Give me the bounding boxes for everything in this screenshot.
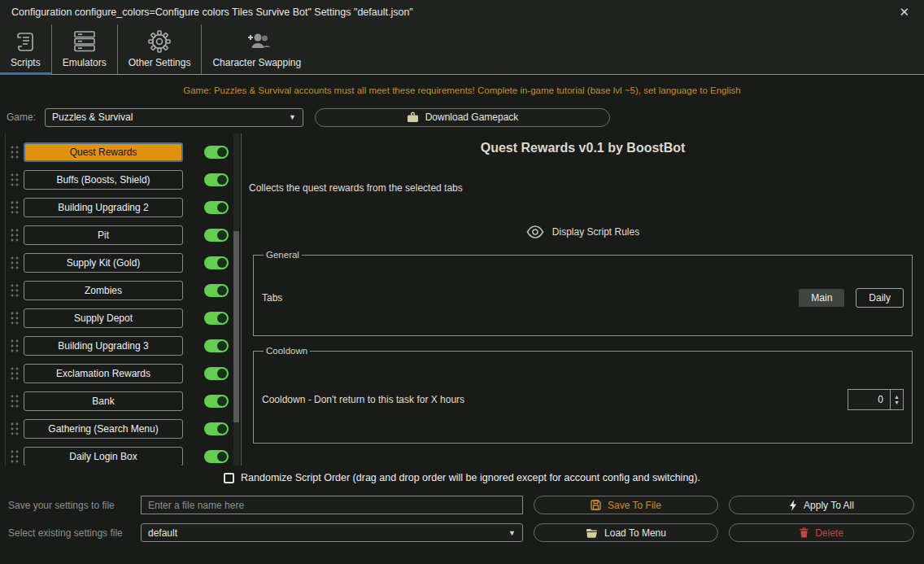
- script-button[interactable]: Daily Login Box: [24, 447, 183, 466]
- general-legend: General: [264, 250, 302, 260]
- drag-handle-icon[interactable]: [6, 366, 24, 381]
- script-toggle[interactable]: [204, 367, 229, 380]
- cooldown-input[interactable]: [848, 389, 890, 410]
- scripts-scrollbar: [233, 133, 239, 466]
- script-row: Daily Login Box: [6, 443, 241, 466]
- tab-other-settings[interactable]: Other Settings: [118, 24, 203, 74]
- script-button[interactable]: Quest Rewards: [24, 142, 183, 162]
- script-row: Zombies: [6, 277, 241, 304]
- script-toggle[interactable]: [204, 229, 229, 242]
- close-icon[interactable]: ✕: [896, 5, 913, 20]
- display-script-rules-button[interactable]: Display Script Rules: [242, 225, 924, 238]
- cooldown-legend: Cooldown: [264, 346, 310, 356]
- drag-handle-icon[interactable]: [6, 422, 24, 436]
- script-toggle[interactable]: [204, 284, 229, 297]
- drag-handle-icon[interactable]: [6, 449, 24, 464]
- script-button[interactable]: Exclamation Rewards: [24, 364, 183, 383]
- script-button[interactable]: Pit: [24, 225, 183, 245]
- drag-handle-icon[interactable]: [6, 228, 24, 243]
- script-button[interactable]: Buffs (Boosts, Shield): [24, 170, 183, 190]
- save-to-file-label: Save To File: [608, 500, 661, 511]
- spinner-down-icon[interactable]: ▼: [894, 400, 900, 405]
- add-user-icon: [243, 29, 271, 54]
- tab-scripts[interactable]: Scripts: [0, 24, 52, 74]
- scripts-list: Quest RewardsBuffs (Boosts, Shield)Build…: [5, 133, 241, 466]
- download-gamepack-label: Download Gamepack: [425, 111, 519, 123]
- tabs-label: Tabs: [262, 292, 282, 304]
- tab-bar: Scripts Emulators Other Settings Charact…: [0, 24, 924, 75]
- general-groupbox: General Tabs Main Daily: [253, 250, 913, 336]
- script-button[interactable]: Zombies: [24, 281, 183, 300]
- drag-handle-icon[interactable]: [6, 200, 24, 215]
- script-toggle[interactable]: [204, 339, 229, 352]
- toggle-knob: [217, 230, 227, 240]
- tab-label: Scripts: [11, 57, 41, 68]
- script-toggle[interactable]: [204, 395, 229, 408]
- settings-file-select[interactable]: default ▼: [141, 523, 523, 542]
- load-to-menu-button[interactable]: Load To Menu: [534, 523, 718, 542]
- script-button[interactable]: Supply Kit (Gold): [24, 253, 183, 273]
- script-row: Building Upgrading 3: [6, 332, 241, 360]
- window-title: Configuration configure_colors=Configure…: [11, 7, 413, 18]
- script-toggle[interactable]: [204, 256, 229, 269]
- randomize-checkbox[interactable]: [224, 473, 234, 483]
- toggle-knob: [217, 147, 227, 157]
- tab-label: Emulators: [63, 57, 107, 68]
- toggle-knob: [217, 341, 227, 351]
- gamepack-bag-icon: [407, 111, 419, 123]
- save-settings-label: Save your settings to file: [8, 500, 130, 511]
- delete-button[interactable]: Delete: [729, 523, 914, 542]
- drag-handle-icon[interactable]: [6, 145, 24, 160]
- toggle-knob: [217, 175, 227, 185]
- script-button[interactable]: Building Upgrading 2: [24, 198, 183, 217]
- toggle-knob: [217, 452, 227, 461]
- script-row: Buffs (Boosts, Shield): [6, 166, 241, 194]
- script-toggle[interactable]: [204, 173, 229, 186]
- tab-option-main[interactable]: Main: [799, 289, 844, 307]
- game-select[interactable]: Puzzles & Survival ▼: [45, 108, 303, 127]
- script-toggle[interactable]: [204, 422, 229, 435]
- script-button[interactable]: Supply Depot: [24, 308, 183, 328]
- drag-handle-icon[interactable]: [6, 339, 24, 353]
- script-button[interactable]: Building Upgrading 3: [24, 336, 183, 356]
- script-toggle[interactable]: [204, 201, 229, 214]
- script-button[interactable]: Bank: [24, 391, 183, 411]
- spinner-up-icon[interactable]: ▲: [894, 394, 900, 400]
- select-settings-label: Select existing settings file: [8, 527, 130, 539]
- script-toggle[interactable]: [204, 450, 229, 463]
- spinner-arrows[interactable]: ▲ ▼: [890, 389, 904, 410]
- title-bar: Configuration configure_colors=Configure…: [0, 0, 924, 24]
- drag-handle-icon[interactable]: [6, 173, 24, 187]
- script-row: Quest Rewards: [6, 138, 241, 166]
- save-icon: [591, 500, 601, 510]
- drag-handle-icon[interactable]: [6, 311, 24, 326]
- drag-handle-icon[interactable]: [6, 394, 24, 409]
- scrollbar-thumb[interactable]: [233, 231, 239, 422]
- script-row: Pit: [6, 221, 241, 249]
- server-stack-icon: [72, 29, 97, 54]
- filename-input[interactable]: [141, 496, 523, 514]
- download-gamepack-button[interactable]: Download Gamepack: [315, 108, 610, 127]
- content-area: Quest RewardsBuffs (Boosts, Shield)Build…: [0, 133, 924, 466]
- cooldown-spinner: ▲ ▼: [848, 389, 904, 410]
- script-toggle[interactable]: [204, 312, 229, 325]
- script-row: Building Upgrading 2: [6, 194, 241, 221]
- apply-to-all-label: Apply To All: [804, 500, 854, 511]
- tab-emulators[interactable]: Emulators: [52, 24, 118, 74]
- script-toggle[interactable]: [204, 146, 229, 159]
- script-row: Exclamation Rewards: [6, 360, 241, 387]
- script-row: Gathering (Search Menu): [6, 415, 241, 443]
- drag-handle-icon[interactable]: [6, 256, 24, 270]
- toggle-knob: [217, 369, 227, 378]
- tab-character-swapping[interactable]: Character Swapping: [202, 24, 312, 74]
- tab-label: Other Settings: [129, 57, 191, 68]
- script-button[interactable]: Gathering (Search Menu): [24, 419, 183, 439]
- drag-handle-icon[interactable]: [6, 283, 24, 298]
- game-row: Game: Puzzles & Survival ▼ Download Game…: [0, 101, 924, 133]
- toggle-knob: [217, 313, 227, 323]
- tab-option-daily[interactable]: Daily: [856, 288, 904, 308]
- apply-to-all-button[interactable]: Apply To All: [729, 496, 914, 514]
- script-row: Bank: [6, 387, 241, 415]
- save-to-file-button[interactable]: Save To File: [534, 496, 718, 514]
- cooldown-groupbox: Cooldown Cooldown - Don't return to this…: [253, 346, 913, 444]
